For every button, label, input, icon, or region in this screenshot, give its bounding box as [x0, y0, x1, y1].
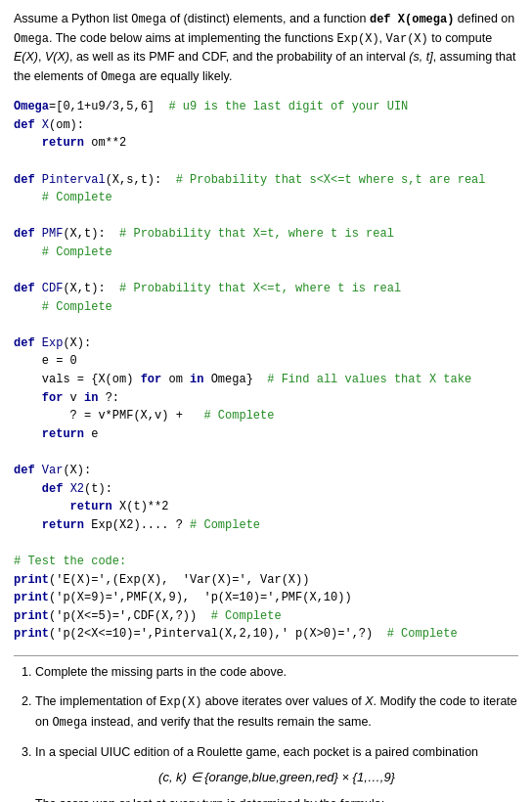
- question-3: In a special UIUC edition of a Roulette …: [35, 742, 518, 802]
- intro-text: Assume a Python list Omega of (distinct)…: [14, 10, 518, 86]
- questions-section: Complete the missing parts in the code a…: [14, 662, 518, 802]
- intro-paragraph: Assume a Python list Omega of (distinct)…: [14, 10, 518, 86]
- code-section: Omega=[0,1+u9/3,5,6] # u9 is the last di…: [14, 94, 518, 647]
- q3-intro: In a special UIUC edition of a Roulette …: [35, 742, 518, 762]
- q1-text: Complete the missing parts in the code a…: [35, 662, 518, 682]
- questions-list: Complete the missing parts in the code a…: [14, 662, 518, 802]
- q2-text: The implementation of Exp(X) above itera…: [35, 691, 518, 733]
- q3-score-intro: The score won or lost at every turn is d…: [35, 794, 518, 802]
- question-2: The implementation of Exp(X) above itera…: [35, 691, 518, 733]
- question-1: Complete the missing parts in the code a…: [35, 662, 518, 682]
- q3-set-formula: (c, k) ∈ {orange,blue,green,red} × {1,…,…: [35, 768, 518, 788]
- divider: [14, 655, 518, 656]
